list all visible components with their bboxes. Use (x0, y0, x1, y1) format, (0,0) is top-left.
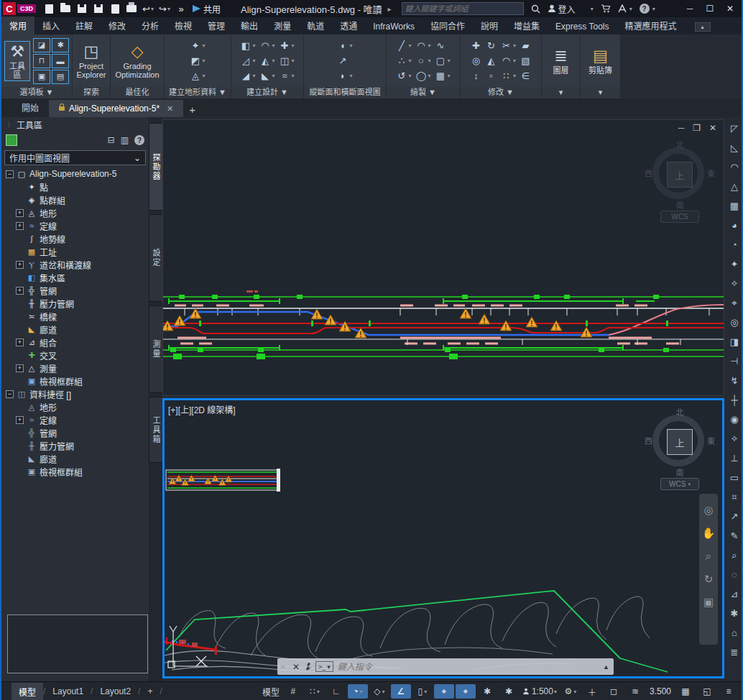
tree-item[interactable]: + △ 測量 (3, 361, 147, 374)
panel-label-create-design[interactable]: 建立設計 ▼ (231, 87, 303, 98)
tree-item[interactable]: ◧ 集水區 (3, 271, 147, 284)
tree-expand-toggle[interactable]: + (16, 364, 24, 372)
status-toggle[interactable]: ◇ (369, 684, 389, 699)
project-explorer-button[interactable]: ◳ Project Explorer (74, 42, 109, 80)
tree-item[interactable]: ✦ 點 (3, 180, 147, 193)
layout1-tab[interactable]: Layout1 (45, 683, 91, 699)
transparent-command-icon[interactable]: ⌕ (724, 545, 743, 565)
transparent-command-icon[interactable]: ⌂ (724, 623, 743, 643)
transparent-command-icon[interactable]: ✧ (724, 429, 743, 448)
draw-tool-icon[interactable]: ↺ (395, 69, 412, 83)
model-tab[interactable]: 模型 (11, 683, 43, 700)
layers-button[interactable]: ≣ 圖層 (550, 46, 572, 76)
ribbon-tab[interactable]: InfraWorks (365, 19, 423, 34)
clipboard-button[interactable]: ▤ 剪貼簿 (586, 46, 615, 76)
maximize-button[interactable]: ☐ (701, 2, 719, 15)
transparent-command-icon[interactable]: ◠ (724, 157, 743, 177)
command-line[interactable]: ⁙ ✕ >_▾ ▲ (277, 658, 614, 675)
status-toggle[interactable]: # (283, 684, 303, 699)
view-selector-dropdown[interactable]: 作用中圖面視圖 ⌄ (4, 150, 146, 165)
profile-section-tool-icon[interactable]: ◗ (336, 69, 353, 83)
palette-toggle-button[interactable]: ▬ (52, 54, 69, 68)
draw-tool-icon[interactable]: ◠ (415, 39, 431, 53)
modify-tool-icon[interactable]: ▧ (520, 54, 532, 68)
status-toggle[interactable]: ⌖ (434, 684, 454, 699)
ribbon-tab[interactable]: Express Tools (548, 19, 617, 34)
status-toggle[interactable]: ▯ (412, 684, 433, 699)
tree-item[interactable]: + ◬ 地形 (3, 206, 147, 219)
autodesk-app-icon[interactable]: ▾ (618, 4, 632, 13)
transparent-command-icon[interactable]: ≣ (724, 643, 743, 662)
ribbon-tab[interactable]: 註解 (68, 17, 101, 34)
plan-view-canvas[interactable] (165, 400, 721, 675)
command-history-up-icon[interactable]: ▲ (603, 663, 609, 671)
modify-tool-icon[interactable]: ✂ (500, 39, 517, 53)
share-button[interactable]: 共用 (193, 3, 221, 15)
command-input[interactable] (336, 661, 603, 673)
ribbon-tab[interactable]: 軌道 (299, 17, 332, 34)
ribbon-tab[interactable]: 管理 (200, 17, 233, 34)
ribbon-tab[interactable]: 透通 (332, 17, 365, 34)
status-tool[interactable]: ＋ (582, 684, 602, 699)
ribbon-tab[interactable]: 插入 (34, 17, 68, 34)
modify-tool-icon[interactable]: ∈ (520, 69, 532, 83)
draw-tool-icon[interactable]: ◯ (415, 69, 431, 83)
transparent-command-icon[interactable]: ◕ (724, 216, 743, 235)
transparent-command-icon[interactable]: ◔ (724, 235, 743, 254)
palette-toggle-button[interactable]: ◪ (33, 38, 50, 52)
tree-item[interactable]: ◈ 點群組 (3, 193, 147, 206)
tree-expand-toggle[interactable]: − (6, 170, 14, 178)
tree-item[interactable]: ╫ 壓力管網 (3, 297, 147, 310)
toolspace-tab-2[interactable]: 設定 (149, 214, 163, 302)
plot-icon[interactable] (124, 2, 139, 15)
modify-tool-icon[interactable]: ▫ (485, 69, 497, 83)
tree-item[interactable]: − ▢ Align-Superelevation-5 (3, 167, 147, 180)
transparent-command-icon[interactable]: ✧ (724, 274, 743, 293)
viewport-bottom-active[interactable]: [+][上][2D 線架構] 北 南 西 東 上 WCS▾ ◎✋⌕↻▣ (162, 398, 724, 678)
transparent-command-icon[interactable]: ✱ (724, 604, 743, 623)
tree-item[interactable]: + ╬ 管網 (3, 284, 147, 297)
ribbon-tab[interactable]: 協同合作 (423, 17, 473, 34)
grading-optimization-button[interactable]: ◇ Grading Optimization (112, 42, 162, 80)
transparent-command-icon[interactable]: ✎ (724, 526, 743, 545)
create-design-tool-icon[interactable]: ◫ (279, 54, 295, 68)
command-line-close-icon[interactable]: ✕ (289, 662, 303, 672)
transparent-command-icon[interactable]: ◺ (724, 138, 743, 157)
ribbon-tab[interactable]: 增益集 (506, 17, 548, 34)
create-design-tool-icon[interactable]: ◣ (259, 69, 275, 83)
tree-item[interactable]: ╫ 壓力管網 (3, 439, 147, 452)
app-logo[interactable]: C (3, 2, 16, 15)
tree-expand-toggle[interactable]: + (16, 416, 24, 424)
toolspace-button[interactable]: ⚒ 工具區 (4, 41, 30, 81)
create-design-tool-icon[interactable]: ◧ (239, 39, 256, 53)
search-box[interactable] (402, 2, 524, 15)
draw-tool-icon[interactable]: ∿ (435, 39, 451, 53)
panel-label-modify[interactable]: 修改 ▼ (461, 87, 541, 98)
app-store-cart-icon[interactable] (601, 4, 611, 13)
tree-item[interactable]: ∫ 地勢線 (3, 232, 147, 245)
command-line-grip[interactable]: ⁙ (280, 666, 286, 668)
minimize-button[interactable]: ─ (681, 2, 698, 15)
create-design-tool-icon[interactable]: ≈ (279, 69, 295, 83)
layout2-tab[interactable]: Layout2 (93, 683, 138, 699)
tree-item[interactable]: ◣ 廊道 (3, 323, 147, 336)
open-icon[interactable] (58, 2, 73, 15)
status-tool[interactable]: ⚙ (560, 684, 581, 699)
redo-icon[interactable]: ↪▾ (157, 2, 172, 15)
palette-toggle-button[interactable]: ▣ (33, 70, 50, 84)
save-icon[interactable] (75, 2, 89, 15)
create-design-tool-icon[interactable]: ✚ (279, 39, 295, 53)
tree-item[interactable]: + ≈ 定線 (3, 219, 147, 232)
ribbon-collapse-button[interactable]: ▴ (695, 22, 711, 32)
status-tool[interactable]: ◱ (697, 684, 717, 699)
transparent-command-icon[interactable]: ⊿ (724, 584, 743, 604)
status-tool[interactable]: ▦ (675, 684, 696, 699)
tree-expand-toggle[interactable]: + (16, 222, 24, 230)
tree-expand-toggle[interactable]: + (16, 287, 24, 295)
viewport-top[interactable]: ─ ❐ ✕ 北 南 西 東 上 WCS (162, 119, 724, 396)
transparent-command-icon[interactable]: ▦ (724, 196, 743, 216)
modify-tool-icon[interactable]: ◭ (485, 54, 497, 68)
ribbon-tab[interactable]: 輸出 (233, 17, 266, 34)
palette-toggle-button[interactable]: ▤ (52, 70, 69, 84)
ribbon-tab[interactable]: 分析 (134, 17, 167, 34)
